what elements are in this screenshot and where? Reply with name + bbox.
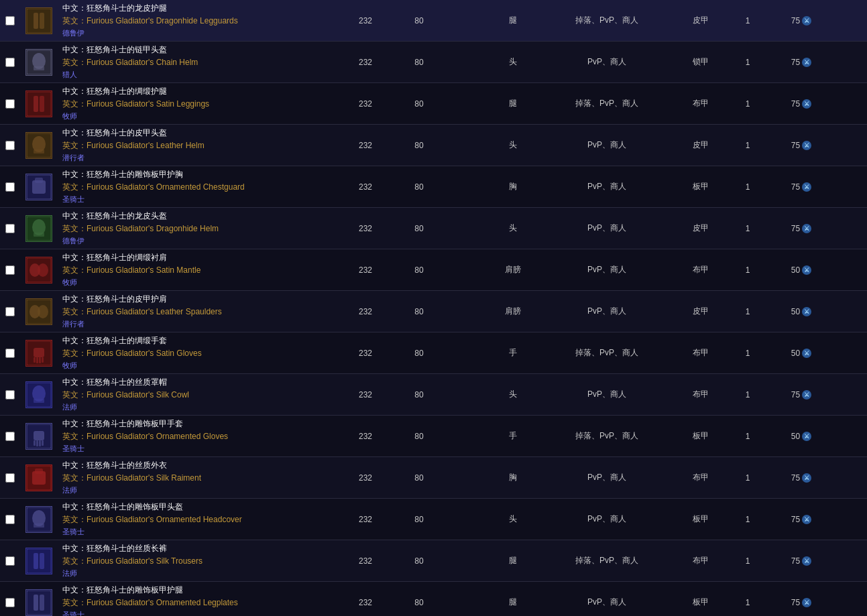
item-zh-name: 中文：狂怒角斗士的雕饰板甲护腿 [62,584,333,596]
item-class: 牧师 [62,361,333,371]
item-en-name: 英文：Furious Gladiator's Ornamented Legpla… [62,597,333,609]
item-class: 法师 [62,402,333,412]
item-class: 潜行者 [62,153,333,163]
row-checkbox[interactable] [5,349,15,358]
svg-point-30 [38,305,48,318]
item-price: 50 ⚔ [768,307,835,316]
svg-rect-37 [42,357,44,363]
item-slot: 头 [486,223,540,234]
svg-rect-44 [34,431,44,440]
row-checkbox-col [0,58,20,67]
svg-rect-52 [35,469,43,474]
item-icon-col [20,548,57,574]
item-level: 80 [392,349,446,358]
row-checkbox-col [0,182,20,192]
item-en-name: 英文：Furious Gladiator's Ornamented Chestg… [62,182,333,193]
item-ilvl: 232 [339,390,392,399]
item-count: 1 [728,598,768,607]
row-checkbox[interactable] [5,515,15,524]
svg-rect-9 [34,96,38,112]
row-checkbox[interactable] [5,390,15,399]
table-row: 中文：狂怒角斗士的皮甲头盔 英文：Furious Gladiator's Lea… [0,125,867,166]
item-table: 中文：狂怒角斗士的龙皮护腿 英文：Furious Gladiator's Dra… [0,0,867,616]
svg-rect-58 [27,549,51,573]
row-checkbox[interactable] [5,473,15,483]
item-name-col: 中文：狂怒角斗士的皮甲护肩 英文：Furious Gladiator's Lea… [57,291,339,332]
svg-rect-36 [39,357,41,363]
item-type: 皮甲 [674,139,728,151]
item-icon-col [20,215,57,242]
svg-rect-35 [36,357,38,363]
row-checkbox[interactable] [5,182,15,192]
coin-icon: ⚔ [802,598,811,607]
item-level: 80 [392,390,446,399]
row-checkbox[interactable] [5,224,15,233]
item-icon [25,174,52,200]
item-icon-col [20,589,57,616]
item-ilvl: 232 [339,349,392,358]
item-level: 80 [392,515,446,524]
item-count: 1 [728,307,768,316]
item-icon-col [20,381,57,408]
item-icon-svg [27,217,51,241]
coin-icon: ⚔ [802,99,811,109]
item-en-name: 英文：Furious Gladiator's Ornamented Headco… [62,514,333,526]
item-icon-svg [27,9,51,33]
row-checkbox[interactable] [5,141,15,150]
item-name-col: 中文：狂怒角斗士的链甲头盔 英文：Furious Gladiator's Cha… [57,42,339,82]
item-slot: 肩膀 [486,264,540,275]
item-en-name: 英文：Furious Gladiator's Satin Mantle [62,265,333,276]
item-ilvl: 232 [339,224,392,233]
item-count: 1 [728,473,768,483]
row-checkbox[interactable] [5,307,15,316]
item-level: 80 [392,473,446,483]
item-ilvl: 232 [339,598,392,607]
item-icon-col [20,257,57,284]
item-slot: 胸 [486,472,540,483]
item-icon [25,340,52,367]
coin-icon: ⚔ [802,182,811,192]
svg-rect-6 [34,66,44,70]
item-slot: 胸 [486,181,540,192]
item-level: 80 [392,265,446,275]
row-checkbox[interactable] [5,265,15,275]
item-level: 80 [392,556,446,566]
item-source: PvP、商人 [540,472,674,483]
item-type: 布甲 [674,472,728,483]
row-checkbox[interactable] [5,58,15,67]
svg-rect-64 [40,595,44,611]
item-name-col: 中文：狂怒角斗士的绸缎衬肩 英文：Furious Gladiator's Sat… [57,249,339,290]
item-class: 圣骑士 [62,527,333,537]
item-ilvl: 232 [339,473,392,483]
item-zh-name: 中文：狂怒角斗士的绸缎手套 [62,335,333,347]
item-ilvl: 232 [339,265,392,275]
item-en-name: 英文：Furious Gladiator's Leather Helm [62,140,333,151]
item-count: 1 [728,58,768,67]
row-checkbox[interactable] [5,598,15,607]
row-checkbox[interactable] [5,99,15,109]
item-type: 布甲 [674,264,728,275]
item-icon-svg [27,133,51,158]
item-class: 德鲁伊 [62,236,333,246]
coin-icon: ⚔ [802,432,811,441]
item-icon-svg [27,383,51,407]
price-value: 75 [791,515,800,524]
item-price: 75 ⚔ [768,182,835,192]
item-icon-svg [27,175,51,199]
row-checkbox[interactable] [5,432,15,441]
item-name-col: 中文：狂怒角斗士的绸缎手套 英文：Furious Gladiator's Sat… [57,332,339,373]
item-level: 80 [392,141,446,150]
table-row: 中文：狂怒角斗士的丝质罩帽 英文：Furious Gladiator's Sil… [0,374,867,416]
item-price: 50 ⚔ [768,265,835,275]
item-ilvl: 232 [339,99,392,109]
price-value: 75 [791,598,800,607]
item-icon [25,49,52,76]
item-icon-svg [27,300,51,324]
item-en-name: 英文：Furious Gladiator's Dragonhide Leggua… [62,15,333,27]
item-count: 1 [728,265,768,275]
table-row: 中文：狂怒角斗士的皮甲护肩 英文：Furious Gladiator's Lea… [0,291,867,332]
row-checkbox[interactable] [5,556,15,566]
item-name-col: 中文：狂怒角斗士的雕饰板甲护腿 英文：Furious Gladiator's O… [57,582,339,616]
row-checkbox[interactable] [5,16,15,25]
item-icon-col [20,340,57,367]
